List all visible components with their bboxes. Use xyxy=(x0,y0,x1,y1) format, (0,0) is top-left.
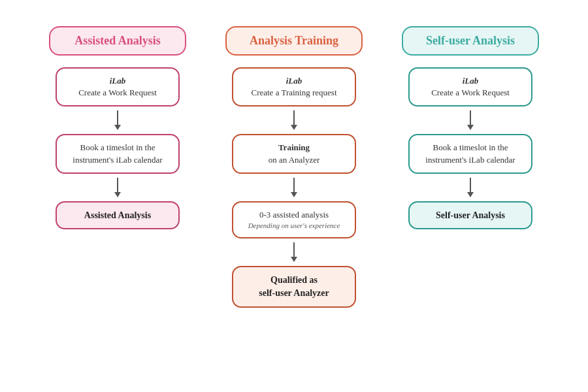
step-text-2: Create a Training request xyxy=(242,87,346,99)
assisted-count-text: 0-3 assisted analysis xyxy=(242,209,346,221)
header-training: Analysis Training xyxy=(225,26,363,56)
step-book-text-3: Book a timeslot in the instrument's iLab… xyxy=(419,142,522,165)
step-training: Training on an Analyzer xyxy=(232,134,356,173)
arrow-line xyxy=(293,110,295,125)
arrow-head xyxy=(291,192,297,197)
arrow-2a xyxy=(114,178,121,197)
arrow-head xyxy=(114,125,121,130)
arrow-line xyxy=(117,110,118,125)
arrow-2b xyxy=(291,178,297,197)
step-text-1: Create a Work Request xyxy=(66,87,169,99)
arrow-1a xyxy=(114,110,121,130)
step-book-3: Book a timeslot in the instrument's iLab… xyxy=(408,134,532,173)
step-book-text-1: Book a timeslot in the instrument's iLab… xyxy=(66,142,169,165)
header-selfuser: Self-user Analysis xyxy=(402,26,539,56)
step-ilab-2: iLab Create a Training request xyxy=(232,67,356,106)
header-assisted: Assisted Analysis xyxy=(49,26,186,56)
ilab-label-1: iLab xyxy=(66,75,169,87)
step-book-1: Book a timeslot in the instrument's iLab… xyxy=(56,134,180,173)
final-text-training: Qualified asself-user Analyzer xyxy=(242,274,346,299)
arrow-line xyxy=(470,178,471,192)
arrow-head xyxy=(291,257,297,262)
arrow-1b xyxy=(291,110,297,130)
step-ilab-3: iLab Create a Work Request xyxy=(408,67,532,106)
arrow-1c xyxy=(467,110,474,130)
arrow-3b xyxy=(291,242,297,262)
step-ilab-1: iLab Create a Work Request xyxy=(56,67,180,106)
arrow-line xyxy=(470,110,471,125)
column-training: Analysis Training iLab Create a Training… xyxy=(219,26,369,308)
training-bold: Training xyxy=(242,142,346,154)
final-text-assisted: Assisted Analysis xyxy=(66,209,169,222)
arrow-line xyxy=(293,178,295,192)
ilab-label-2: iLab xyxy=(242,75,346,87)
step-final-selfuser: Self-user Analysis xyxy=(408,201,532,230)
assisted-count-note: Depending on user's experience xyxy=(242,221,346,231)
diagram: Assisted Analysis iLab Create a Work Req… xyxy=(0,0,588,392)
arrow-head xyxy=(467,192,474,197)
training-sub: on an Analyzer xyxy=(242,154,346,166)
ilab-label-3: iLab xyxy=(419,75,522,87)
step-assisted-count: 0-3 assisted analysis Depending on user'… xyxy=(232,201,356,239)
arrow-line xyxy=(293,242,295,257)
column-selfuser: Self-user Analysis iLab Create a Work Re… xyxy=(395,26,546,229)
final-text-selfuser: Self-user Analysis xyxy=(419,209,522,222)
arrow-line xyxy=(117,178,118,192)
step-text-3: Create a Work Request xyxy=(419,87,522,99)
arrow-head xyxy=(291,125,297,130)
arrow-head xyxy=(114,192,121,197)
step-final-assisted: Assisted Analysis xyxy=(56,201,180,230)
step-final-training: Qualified asself-user Analyzer xyxy=(232,266,356,307)
arrow-2c xyxy=(467,178,474,197)
arrow-head xyxy=(467,125,474,130)
column-assisted: Assisted Analysis iLab Create a Work Req… xyxy=(42,26,193,229)
